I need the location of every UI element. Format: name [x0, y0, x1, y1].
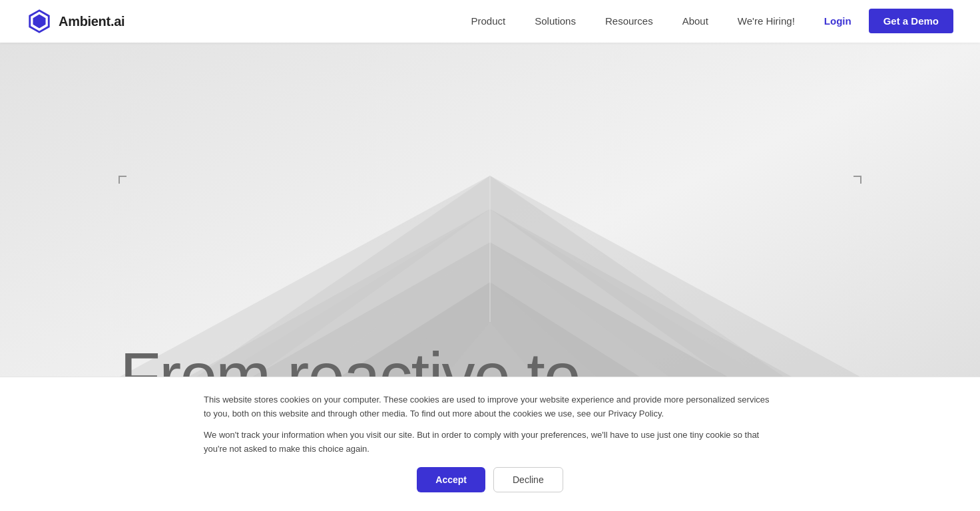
corner-bracket-tr [854, 176, 861, 184]
nav-item-about[interactable]: About [670, 10, 720, 32]
nav-item-product[interactable]: Product [459, 10, 518, 32]
accept-button[interactable]: Accept [417, 467, 485, 492]
cookie-text-block: This website stores cookies on your comp… [204, 393, 776, 456]
cookie-buttons: Accept Decline [417, 467, 563, 492]
nav-item-solutions[interactable]: Solutions [523, 10, 588, 32]
get-demo-button[interactable]: Get a Demo [869, 9, 953, 33]
cookie-text-1: This website stores cookies on your comp… [204, 393, 776, 421]
nav-item-resources[interactable]: Resources [593, 10, 665, 32]
logo-link[interactable]: Ambient.ai [27, 9, 124, 34]
logo-text: Ambient.ai [59, 14, 124, 29]
decline-button[interactable]: Decline [493, 467, 563, 492]
cookie-text-2: We won't track your information when you… [204, 428, 776, 456]
cookie-banner: This website stores cookies on your comp… [0, 377, 980, 511]
navigation: Ambient.ai Product Solutions Resources A… [0, 0, 980, 43]
corner-bracket-tl [119, 176, 126, 184]
nav-item-hiring[interactable]: We're Hiring! [726, 10, 807, 32]
login-link[interactable]: Login [812, 10, 863, 32]
nav-links: Product Solutions Resources About We're … [459, 15, 953, 27]
logo-icon [27, 9, 52, 34]
